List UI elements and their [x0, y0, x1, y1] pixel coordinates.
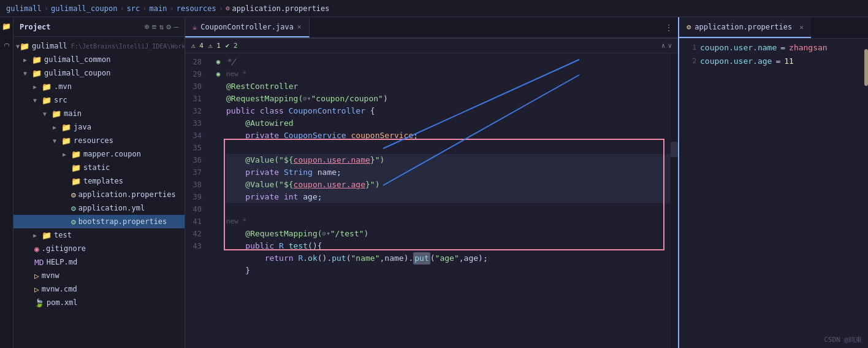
right-tab-close[interactable]: ✕ [799, 23, 804, 31]
code-token: CouponController [289, 105, 365, 117]
prop-key-1: coupon.user.name [700, 41, 777, 55]
breadcrumb-bar: gulimall › gulimall_coupon › src › main … [0, 0, 868, 17]
tree-label: pom.xml [47, 298, 78, 307]
tree-label: templates [83, 177, 123, 185]
tab-close-button[interactable]: ✕ [297, 23, 302, 31]
project-view-icon[interactable]: 📁 [2, 22, 11, 31]
code-token: coupon.user.age [294, 179, 365, 191]
folder-icon: 📁 [51, 109, 61, 118]
commit-icon[interactable]: C [2, 41, 11, 49]
tree-item-app-yml[interactable]: ▶ ⚙ application.yml [13, 201, 185, 215]
error-count-indicator: ⚠ 1 [208, 42, 221, 50]
expand-arrow: ▼ [53, 137, 61, 144]
code-line-36: private String name; [226, 166, 671, 179]
sort-icon[interactable]: ⇅ [159, 22, 164, 31]
code-token: test [289, 240, 308, 252]
right-line-num: 1 [684, 41, 696, 55]
tree-item-resources[interactable]: ▼ 📁 resources [13, 134, 185, 147]
code-token: ( [346, 252, 351, 265]
git-file-icon: ◉ [34, 244, 39, 253]
tree-item-test[interactable]: ▶ 📁 test [13, 228, 185, 242]
code-token: @RequestMapping( [245, 228, 322, 240]
more-tabs-icon[interactable]: ⋮ [664, 23, 673, 33]
code-line-43: } [226, 265, 671, 277]
tree-item-src[interactable]: ▼ 📁 src [13, 93, 185, 107]
tree-item-mvn[interactable]: ▶ 📁 .mvn [13, 80, 185, 93]
code-token: R [279, 240, 289, 252]
code-token: }" [365, 179, 375, 191]
code-token: put [332, 252, 346, 265]
folder-icon: 📁 [71, 150, 81, 159]
tree-label: gulimall_coupon [44, 69, 110, 77]
code-token: @RequestMapping( [226, 93, 303, 105]
breadcrumb-current: application.properties [232, 4, 330, 13]
breadcrumb-resources[interactable]: resources [177, 4, 216, 13]
sync-icon[interactable]: ⊕ [145, 22, 150, 31]
tree-label: mapper.coupon [83, 150, 141, 158]
tree-item-main[interactable]: ▼ 📁 main [13, 107, 185, 120]
code-token [226, 240, 245, 252]
prop-val-1: zhangsan [789, 41, 828, 55]
prop-eq-1: = [780, 41, 785, 55]
breadcrumb-sep5: › [219, 4, 223, 13]
breadcrumb-gulimall[interactable]: gulimall [6, 4, 42, 13]
expand-arrow: ▼ [23, 70, 32, 77]
tree-item-mvnw[interactable]: ▶ ▷ mvnw [13, 269, 185, 282]
tree-item-templates[interactable]: ▶ 📁 templates [13, 174, 185, 188]
code-token: private [245, 166, 284, 179]
tree-item-gulimall-coupon[interactable]: ▼ 📁 gulimall_coupon [13, 66, 185, 80]
tree-label: src [54, 96, 67, 104]
tab-bar: ☕ CouponController.java ✕ ⋮ [185, 17, 678, 39]
tree-item-mvnw-cmd[interactable]: ▶ ▷ mvnw.cmd [13, 282, 185, 296]
tree-item-java[interactable]: ▶ 📁 java [13, 120, 185, 134]
collapse-all-icon[interactable]: ≡ [152, 22, 157, 31]
code-line-37: @Value("${coupon.user.age}") [226, 179, 671, 191]
settings-icon[interactable]: ⚙ [166, 22, 171, 31]
code-token [226, 179, 245, 191]
tree-item-gitignore[interactable]: ▶ ◉ .gitignore [13, 242, 185, 255]
code-token: ,name). [380, 252, 414, 265]
code-line-34 [226, 142, 671, 154]
new-star-label: new * [226, 68, 246, 80]
code-content[interactable]: */ new * @RestController @RequestMapping… [224, 53, 671, 348]
watermark: CSDN @鸡束 [824, 335, 862, 344]
expand-arrow: ▼ [33, 97, 42, 104]
tree-label: mvnw.cmd [42, 285, 77, 293]
code-token: { [365, 105, 375, 117]
tree-item-gulimall-common[interactable]: ▶ 📁 gulimall_common [13, 53, 185, 66]
nav-down-icon[interactable]: ∨ [668, 42, 672, 50]
right-tab-icon: ⚙ [687, 23, 691, 31]
tree-item-gulimall[interactable]: ▼ 📁 gulimall F:\JetBrains\IntelliJ_IDEA\… [13, 39, 185, 53]
code-token: public [226, 105, 260, 117]
tree-item-static[interactable]: ▶ 📁 static [13, 161, 185, 174]
tree-item-app-properties[interactable]: ▶ ⚙ application.properties [13, 188, 185, 201]
breadcrumb-main[interactable]: main [150, 4, 167, 13]
nav-up-icon[interactable]: ∧ [661, 42, 666, 50]
new-star-label-2: new * [226, 215, 246, 228]
code-token: private [245, 191, 284, 203]
tree-item-pom-xml[interactable]: ▶ 🍃 pom.xml [13, 296, 185, 309]
tree-item-mapper-coupon[interactable]: ▶ 📁 mapper.coupon [13, 147, 185, 161]
close-panel-icon[interactable]: — [173, 22, 178, 31]
folder-icon: 📁 [71, 177, 81, 186]
code-token [226, 166, 245, 179]
code-token: ; [413, 130, 418, 142]
code-line-31: public class CouponController { [226, 105, 671, 117]
right-tab-app-properties[interactable]: ⚙ application.properties ✕ [679, 17, 811, 38]
nav-arrows: ∧ ∨ [661, 42, 672, 50]
tab-coupon-controller[interactable]: ☕ CouponController.java ✕ [185, 17, 310, 37]
code-token: ) [379, 154, 384, 166]
code-token: } [226, 265, 250, 277]
folder-icon: 📁 [71, 163, 81, 172]
right-code-content: 1 coupon.user.name = zhangsan 2 coupon.u… [679, 39, 868, 348]
code-token: class [260, 105, 289, 117]
tree-item-help-md[interactable]: ▶ MD HELP.md [13, 255, 185, 269]
code-token: "age" [435, 252, 459, 265]
code-token [226, 252, 265, 265]
mini-map-thumb[interactable] [671, 142, 678, 157]
tree-item-bootstrap-properties[interactable]: ▶ ⚙ bootstrap.properties [13, 215, 185, 228]
sh-file-icon: ▷ [34, 271, 39, 280]
folder-icon: 📁 [32, 55, 42, 64]
breadcrumb-coupon[interactable]: gulimall_coupon [51, 4, 117, 13]
breadcrumb-src[interactable]: src [127, 4, 140, 13]
